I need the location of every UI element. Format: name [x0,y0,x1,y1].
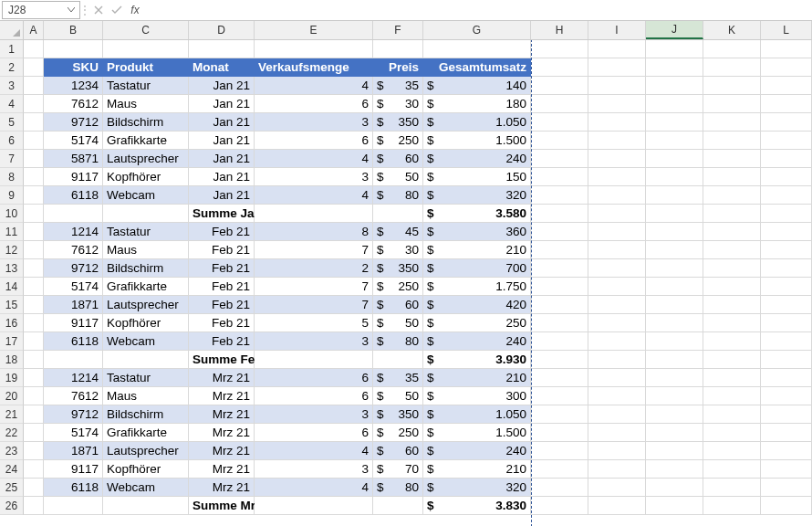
cell-menge[interactable]: 4 [255,442,373,460]
cell[interactable] [24,113,44,132]
cell[interactable] [24,460,44,479]
cell-menge[interactable]: 7 [255,241,373,259]
cell-produkt[interactable]: Bildschirm [103,259,189,278]
cell-menge[interactable]: 4 [255,150,373,168]
cell[interactable] [24,259,44,278]
cell[interactable] [703,77,761,95]
cell[interactable] [531,241,588,259]
cell[interactable] [588,405,646,424]
cell-produkt[interactable]: Tastatur [103,369,189,387]
cell-menge[interactable]: 3 [255,405,373,424]
cell-produkt[interactable]: Grafikkarte [103,424,189,442]
cell[interactable] [703,58,761,77]
cell[interactable] [761,387,812,405]
cell[interactable] [646,259,703,278]
cell-preis[interactable]: $30 [373,95,423,113]
cell-monat[interactable]: Feb 21 [189,223,255,241]
summary-label[interactable]: Summe Jan 21 [189,205,255,223]
cell[interactable] [24,278,44,296]
cell[interactable] [703,405,761,424]
cell-preis[interactable]: $250 [373,278,423,296]
cell[interactable] [588,223,646,241]
row-header[interactable]: 24 [0,460,24,479]
cell-umsatz[interactable]: $1.750 [423,278,531,296]
cell[interactable] [703,40,761,58]
cell-sku[interactable]: 9712 [44,405,103,424]
cell-menge[interactable]: 4 [255,479,373,497]
cell[interactable] [588,442,646,460]
cell-produkt[interactable]: Bildschirm [103,405,189,424]
cell[interactable] [24,332,44,351]
summary-label[interactable]: Summe Feb 21 [189,351,255,369]
cell[interactable] [423,40,531,58]
cell[interactable] [531,497,588,515]
cell-monat[interactable]: Jan 21 [189,168,255,186]
cell-monat[interactable]: Jan 21 [189,150,255,168]
cell[interactable] [44,205,103,223]
row-header[interactable]: 14 [0,278,24,296]
cell-monat[interactable]: Jan 21 [189,95,255,113]
cell-monat[interactable]: Mrz 21 [189,479,255,497]
cell-monat[interactable]: Mrz 21 [189,369,255,387]
cell[interactable] [761,442,812,460]
cell[interactable] [761,150,812,168]
cell[interactable] [703,150,761,168]
cell[interactable] [646,332,703,351]
cell[interactable] [646,168,703,186]
cell[interactable] [24,442,44,460]
cell-monat[interactable]: Jan 21 [189,186,255,205]
cell-preis[interactable]: $350 [373,405,423,424]
cell[interactable] [646,223,703,241]
cell[interactable] [588,40,646,58]
cell[interactable] [761,58,812,77]
cell-sku[interactable]: 1234 [44,77,103,95]
cell[interactable] [588,259,646,278]
cell-monat[interactable]: Jan 21 [189,77,255,95]
cancel-icon[interactable] [89,1,108,19]
cell-umsatz[interactable]: $1.500 [423,424,531,442]
cell[interactable] [761,132,812,150]
cell[interactable] [761,95,812,113]
cell-sku[interactable]: 6118 [44,186,103,205]
cell[interactable] [531,150,588,168]
cell-preis[interactable]: $50 [373,168,423,186]
cell[interactable] [531,296,588,314]
cell-menge[interactable]: 3 [255,460,373,479]
cell-produkt[interactable]: Kopfhörer [103,314,189,332]
cell-sku[interactable]: 9117 [44,168,103,186]
row-header[interactable]: 8 [0,168,24,186]
cell[interactable] [703,387,761,405]
cell[interactable] [588,132,646,150]
summary-label[interactable]: Summe Mrz 21 [189,497,255,515]
cell[interactable] [588,497,646,515]
cell[interactable] [761,314,812,332]
row-header[interactable]: 13 [0,259,24,278]
cell[interactable] [703,132,761,150]
cell-menge[interactable]: 3 [255,332,373,351]
cell[interactable] [588,205,646,223]
cell-produkt[interactable]: Bildschirm [103,113,189,132]
cell[interactable] [703,314,761,332]
cell-menge[interactable]: 3 [255,168,373,186]
cell-monat[interactable]: Mrz 21 [189,424,255,442]
row-header[interactable]: 22 [0,424,24,442]
row-header[interactable]: 11 [0,223,24,241]
cell[interactable] [24,369,44,387]
cell-produkt[interactable]: Lautsprecher [103,150,189,168]
cell-sku[interactable]: 6118 [44,479,103,497]
cell[interactable] [588,424,646,442]
cell-menge[interactable]: 5 [255,314,373,332]
col-header-I[interactable]: I [588,21,646,39]
cell[interactable] [646,113,703,132]
cell-umsatz[interactable]: $140 [423,77,531,95]
cell[interactable] [189,40,255,58]
cell[interactable] [531,132,588,150]
cell[interactable] [761,259,812,278]
table-header-produkt[interactable]: Produkt [103,58,189,77]
cell-umsatz[interactable]: $360 [423,223,531,241]
cell[interactable] [646,58,703,77]
cell[interactable] [255,497,373,515]
cell-umsatz[interactable]: $150 [423,168,531,186]
cell[interactable] [531,479,588,497]
cell[interactable] [761,40,812,58]
